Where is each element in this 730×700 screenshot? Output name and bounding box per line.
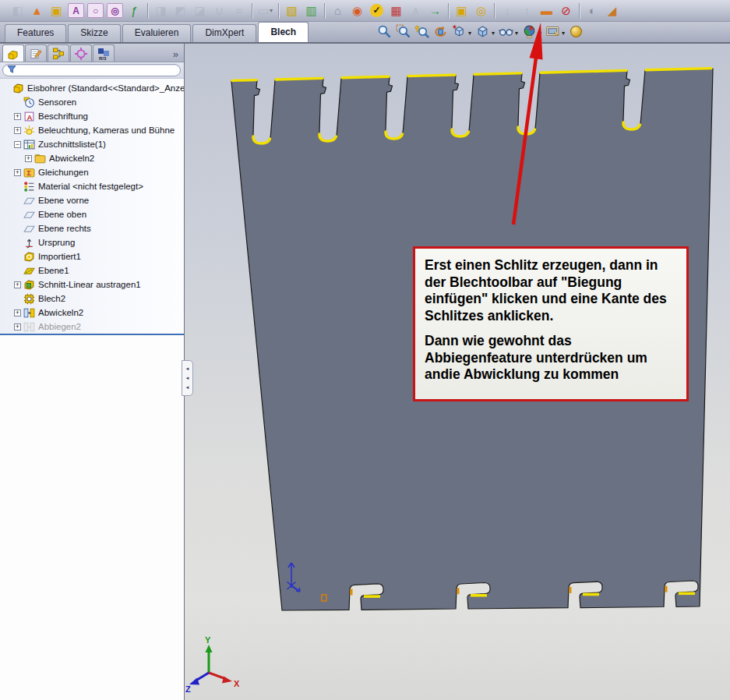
- dropdown-caret-icon[interactable]: ▾: [538, 30, 541, 37]
- zoom-selection-icon[interactable]: [414, 24, 429, 42]
- tree-item-eisbohrer-standard-standard-anzeige[interactable]: Eisbohrer (Standard<<Standard>_Anzeige: [0, 81, 184, 95]
- convert-icon[interactable]: ◎: [471, 2, 491, 19]
- section-view-icon[interactable]: ◐: [583, 2, 602, 19]
- tree-item-ebene-oben[interactable]: Ebene oben: [0, 207, 184, 221]
- compare-icon[interactable]: ▦: [386, 2, 406, 19]
- measure-icon[interactable]: ◢: [602, 2, 622, 19]
- edge-flange-icon[interactable]: ◩: [171, 2, 190, 19]
- balloon-icon[interactable]: ○: [87, 3, 104, 18]
- expand-icon[interactable]: +: [14, 169, 21, 176]
- normal-cut-icon[interactable]: ▣: [452, 2, 471, 19]
- balloon-icon: ○: [93, 2, 98, 19]
- material-icon: [23, 181, 35, 193]
- tree-item-ebene-rechts[interactable]: Ebene rechts: [0, 221, 184, 235]
- fold-icon[interactable]: ↑: [517, 2, 537, 19]
- zoom-fit-icon[interactable]: [377, 24, 392, 42]
- exit-icon[interactable]: →: [425, 2, 445, 19]
- tree-item-beleuchtung-kameras-und-bühne[interactable]: +Beleuchtung, Kameras und Bühne: [0, 123, 184, 137]
- dropdown-caret-icon[interactable]: ▾: [468, 30, 471, 37]
- sketched-bend-icon[interactable]: ▣: [47, 2, 66, 19]
- base-flange-icon[interactable]: ◨: [151, 2, 171, 19]
- dropdown-caret-icon[interactable]: ▾: [270, 2, 273, 19]
- tree-item-ebene-vorne[interactable]: Ebene vorne: [0, 193, 184, 207]
- annotations-icon: A: [23, 111, 35, 122]
- tree-filter[interactable]: [2, 64, 181, 76]
- panel-overflow-button[interactable]: »: [173, 48, 184, 62]
- tree-item-abwickeln2[interactable]: +Abwickeln2: [0, 306, 184, 320]
- flatten-icon[interactable]: ▭▾: [256, 2, 275, 19]
- rip-icon[interactable]: ▥: [302, 2, 321, 19]
- apply-scene-icon[interactable]: ▾: [545, 24, 565, 42]
- dimxpertmanager-tab[interactable]: [70, 44, 92, 62]
- edit-appearance-icon: [522, 24, 537, 42]
- tree-item-material-nicht-festgelegt[interactable]: Material <nicht festgelegt>: [0, 179, 184, 193]
- swept-flange-icon: ◧: [12, 2, 23, 19]
- graphics-viewport[interactable]: Y X Z Erst einen Schlitz erzeugen, dann …: [185, 44, 730, 700]
- color-display-icon[interactable]: ◉: [347, 2, 367, 19]
- dropdown-caret-icon[interactable]: ▾: [515, 30, 518, 37]
- flat-pattern-icon[interactable]: ▬: [537, 2, 556, 19]
- imported-icon: [23, 251, 35, 263]
- tree-item-gleichungen[interactable]: +ΣGleichungen: [0, 165, 184, 179]
- miter-flange-icon[interactable]: ◪: [190, 2, 210, 19]
- view-orientation-icon[interactable]: ▾: [452, 24, 471, 42]
- ribbon-tab-evaluieren[interactable]: Evaluieren: [122, 24, 192, 42]
- no-bends-icon[interactable]: ⊘: [556, 2, 576, 19]
- extract-icon[interactable]: ∧: [406, 2, 425, 19]
- expand-icon[interactable]: +: [14, 281, 21, 288]
- reference-triad: Y X Z: [185, 635, 240, 694]
- forming-tool-icon[interactable]: ⌂: [328, 2, 347, 19]
- panel-collapse-handle[interactable]: ◂◂◂: [182, 360, 193, 396]
- r3-tab[interactable]: R/3: [93, 44, 115, 62]
- featuremanager-tab[interactable]: [2, 44, 24, 62]
- heads-up-view-toolbar: ▾▾▾▾▾: [377, 23, 584, 42]
- swept-flange-icon[interactable]: ◧: [8, 2, 27, 19]
- tree-item-sensoren[interactable]: Sensoren: [0, 95, 184, 109]
- tree-item-beschriftung[interactable]: +ABeschriftung: [0, 109, 184, 123]
- ribbon-tab-dimxpert[interactable]: DimXpert: [192, 24, 256, 42]
- expand-icon[interactable]: +: [14, 323, 21, 331]
- jog-icon[interactable]: ≈: [229, 2, 249, 19]
- plane-gold-icon: [23, 265, 35, 277]
- zoom-area-icon[interactable]: [396, 24, 411, 42]
- view-settings-icon[interactable]: [569, 24, 584, 42]
- edit-appearance-icon[interactable]: ▾: [522, 24, 541, 42]
- lofted-bend-icon[interactable]: ▲: [27, 2, 47, 19]
- configurationmanager-tab[interactable]: [48, 44, 69, 62]
- display-style-icon[interactable]: ▾: [475, 24, 495, 42]
- miter-flange-icon: ◪: [194, 2, 205, 19]
- check-feature-icon[interactable]: ✓: [367, 2, 386, 19]
- auto-balloon-icon[interactable]: ◎: [107, 3, 123, 18]
- ribbon-tab-skizze[interactable]: Skizze: [68, 24, 120, 42]
- insert-bends-icon[interactable]: ▧: [282, 2, 302, 19]
- rotate-view-icon[interactable]: [433, 24, 448, 42]
- tree-item-zuschnittsliste-1[interactable]: −Zuschnittsliste(1): [0, 137, 184, 151]
- tree-item-schnitt-linear-austragen1[interactable]: +Schnitt-Linear austragen1: [0, 278, 184, 292]
- propertymanager-tab[interactable]: [25, 44, 47, 62]
- tree-item-ebene1[interactable]: Ebene1: [0, 263, 184, 278]
- collapse-icon[interactable]: −: [14, 141, 21, 148]
- tree-item-label: Abwickeln2: [49, 154, 94, 163]
- spline-icon[interactable]: ƒ: [125, 2, 144, 19]
- unfold-icon[interactable]: ↓: [498, 2, 517, 19]
- expand-icon[interactable]: +: [14, 127, 21, 134]
- dropdown-caret-icon[interactable]: ▾: [562, 30, 565, 37]
- bend-suppressed-icon: [23, 321, 35, 333]
- tree-item-abwickeln2[interactable]: +Abwickeln2: [0, 151, 184, 165]
- tree-item-importiert1[interactable]: Importiert1: [0, 249, 184, 263]
- expand-icon[interactable]: +: [25, 155, 32, 162]
- ribbon-tab-features[interactable]: Features: [5, 24, 66, 42]
- expand-icon[interactable]: +: [14, 113, 21, 120]
- svg-text:A: A: [27, 112, 33, 121]
- tree-filter-input[interactable]: [16, 65, 180, 75]
- tree-item-blech2[interactable]: Blech2: [0, 292, 184, 306]
- hide-show-icon[interactable]: ▾: [499, 24, 518, 42]
- hem-icon[interactable]: ∪: [210, 2, 229, 19]
- expand-icon[interactable]: +: [14, 309, 21, 316]
- toolbar-separator: [579, 3, 580, 19]
- note-icon[interactable]: A: [68, 3, 84, 18]
- tree-item-abbiegen2[interactable]: +Abbiegen2: [0, 320, 184, 334]
- ribbon-tab-blech[interactable]: Blech: [258, 22, 309, 42]
- tree-item-ursprung[interactable]: Ursprung: [0, 235, 184, 249]
- dropdown-caret-icon[interactable]: ▾: [492, 30, 495, 37]
